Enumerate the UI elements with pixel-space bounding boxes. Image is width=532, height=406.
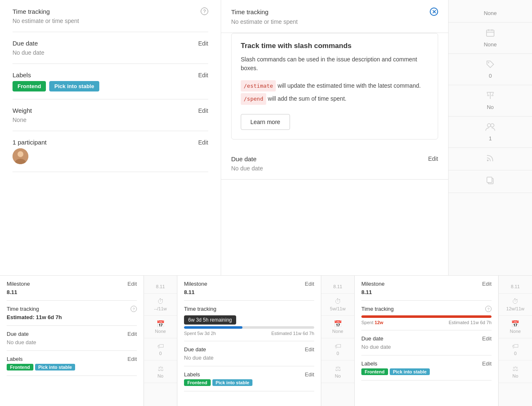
b1-labels-edit[interactable]: Edit bbox=[128, 356, 137, 362]
tooltip-panel: Time tracking ✕ No estimate or time spen… bbox=[221, 0, 449, 275]
strip-count-1: 1 bbox=[489, 135, 492, 142]
bs2-weight: ⚖ No bbox=[321, 360, 354, 383]
calendar-icon bbox=[486, 28, 495, 40]
bs3-tag-icon: 🏷 bbox=[512, 343, 519, 350]
svg-point-10 bbox=[487, 124, 491, 127]
labels-edit-button[interactable]: Edit bbox=[198, 72, 208, 79]
b3-labels-edit[interactable]: Edit bbox=[482, 360, 492, 367]
b3-label-frontend[interactable]: Frontend bbox=[361, 368, 388, 375]
b1-time-estimated: Estimated: 11w 6d 7h bbox=[7, 314, 62, 320]
weight-edit-button[interactable]: Edit bbox=[198, 107, 208, 114]
b3-spent-val: 12w bbox=[375, 320, 383, 325]
strip-no: No bbox=[487, 104, 494, 110]
time-tracking-help-icon[interactable]: ? bbox=[201, 8, 208, 15]
b1-milestone-edit[interactable]: Edit bbox=[128, 281, 137, 287]
b1-label-pick[interactable]: Pick into stable bbox=[35, 364, 76, 370]
bs2-tag-icon: 🏷 bbox=[335, 343, 341, 350]
learn-more-button[interactable]: Learn more bbox=[241, 114, 290, 130]
labels-container: Frontend Pick into stable bbox=[13, 81, 208, 91]
svg-rect-14 bbox=[487, 177, 492, 183]
strip-none-label-2: None bbox=[484, 41, 497, 48]
b2-due-edit[interactable]: Edit bbox=[305, 346, 314, 353]
strip-tag: 0 bbox=[449, 54, 532, 85]
b3-spent-prefix: Spent 12w bbox=[361, 320, 383, 325]
b3-due-edit[interactable]: Edit bbox=[482, 335, 492, 342]
time-tracking-field: Time tracking ? No estimate or time spen… bbox=[13, 0, 208, 32]
close-tooltip-button[interactable]: ✕ bbox=[430, 8, 438, 16]
b2-labels-edit[interactable]: Edit bbox=[305, 371, 314, 378]
copy-icon bbox=[486, 176, 494, 187]
b1-due: Due date Edit No due date bbox=[7, 326, 137, 351]
users-icon bbox=[485, 122, 495, 134]
strip-users: 1 bbox=[449, 117, 532, 148]
bs1-tag-val: 0 bbox=[159, 351, 161, 356]
b1-labels-label: Labels bbox=[7, 356, 23, 362]
tooltip-due-date-edit[interactable]: Edit bbox=[428, 155, 438, 162]
weight-value: None bbox=[13, 117, 26, 123]
strip-calendar: None bbox=[449, 23, 532, 54]
b2-milestone: Milestone Edit 8.11 bbox=[184, 276, 314, 301]
b2-milestone-label: Milestone bbox=[184, 281, 207, 287]
svg-point-1 bbox=[18, 151, 23, 157]
due-date-edit-button[interactable]: Edit bbox=[198, 40, 208, 47]
bs2-version-val: 8.11 bbox=[333, 284, 342, 289]
b2-label-badges: Frontend Pick into stable bbox=[184, 379, 314, 386]
bs1-version: 8.11 bbox=[144, 280, 177, 294]
b2-label-pick[interactable]: Pick into stable bbox=[212, 379, 253, 386]
b2-label-frontend[interactable]: Frontend bbox=[184, 379, 211, 386]
bs3-version-val: 8.11 bbox=[511, 284, 519, 289]
b3-progress-bar bbox=[361, 315, 492, 318]
rss-icon bbox=[486, 154, 494, 164]
bs1-weight-icon: ⚖ bbox=[158, 365, 164, 373]
left-sidebar-panel: Time tracking ? No estimate or time spen… bbox=[0, 0, 221, 275]
b3-time-help-icon[interactable]: ? bbox=[485, 306, 492, 312]
right-icon-strip: None None bbox=[449, 0, 532, 275]
bs1-weight: ⚖ No bbox=[144, 360, 177, 383]
label-frontend[interactable]: Frontend bbox=[13, 81, 46, 91]
svg-point-7 bbox=[488, 62, 489, 63]
b1-milestone-value: 8.11 bbox=[7, 289, 17, 295]
bs1-tag: 🏷 0 bbox=[144, 338, 177, 360]
participants-edit-button[interactable]: Edit bbox=[198, 139, 208, 146]
b1-due-edit[interactable]: Edit bbox=[128, 331, 137, 337]
due-date-label: Due date bbox=[13, 40, 38, 47]
b3-label-pick[interactable]: Pick into stable bbox=[390, 368, 430, 375]
bs1-tag-icon: 🏷 bbox=[157, 343, 164, 350]
b3-due-label: Due date bbox=[361, 335, 383, 342]
bs3-tag: 🏷 0 bbox=[499, 338, 532, 360]
estimate-command-line: /estimate will update the estimated time… bbox=[241, 80, 429, 91]
bs3-clock-icon: ⏱ bbox=[512, 298, 519, 305]
label-pick-into-stable[interactable]: Pick into stable bbox=[49, 81, 99, 91]
estimate-command: /estimate bbox=[241, 80, 276, 91]
bs1-time: ⏱ --/11w bbox=[144, 294, 177, 316]
b2-milestone-edit[interactable]: Edit bbox=[305, 281, 314, 287]
bs3-weight-val: No bbox=[512, 373, 518, 378]
b1-time-help-icon[interactable]: ? bbox=[131, 306, 137, 312]
bs3-time: ⏱ 12w/11w bbox=[499, 294, 532, 316]
bs3-cal: 📅 None bbox=[499, 316, 532, 338]
bottom-section: Milestone Edit 8.11 Time tracking ? Esti… bbox=[0, 276, 532, 406]
bs3-weight: ⚖ No bbox=[499, 360, 532, 383]
tooltip-description: Slash commands can be used in the issue … bbox=[241, 55, 429, 73]
bs3-cal-icon: 📅 bbox=[511, 320, 519, 328]
strip-none-1: None bbox=[449, 4, 532, 23]
weight-field: Weight Edit None bbox=[13, 99, 208, 131]
b3-due-value: No due date bbox=[361, 344, 391, 350]
bottom-strip-1: 8.11 ⏱ --/11w 📅 None 🏷 0 ⚖ No bbox=[144, 276, 177, 406]
b1-label-badges: Frontend Pick into stable bbox=[7, 364, 137, 370]
bs2-cal: 📅 None bbox=[321, 316, 354, 338]
bottom-strip-2: 8.11 ⏱ 5w/11w 📅 None 🏷 0 ⚖ No bbox=[321, 276, 355, 406]
participants-label: 1 participant bbox=[13, 139, 47, 146]
b3-milestone-edit[interactable]: Edit bbox=[482, 281, 492, 287]
b1-time-label: Time tracking bbox=[7, 306, 39, 312]
due-date-field: Due date Edit No due date bbox=[13, 32, 208, 64]
b2-labels: Labels Edit Frontend Pick into stable bbox=[184, 366, 314, 391]
b3-milestone-label: Milestone bbox=[361, 281, 385, 287]
b2-progress-fill bbox=[184, 326, 242, 329]
b1-label-frontend[interactable]: Frontend bbox=[7, 364, 33, 370]
b3-labels: Labels Edit Frontend Pick into stable bbox=[361, 355, 492, 381]
b3-milestone-value: 8.11 bbox=[361, 289, 372, 295]
b3-time: Time tracking ? Spent 12w Estimated 11w … bbox=[361, 301, 492, 330]
b2-milestone-value: 8.11 bbox=[184, 289, 194, 295]
due-date-value: No due date bbox=[13, 49, 44, 56]
